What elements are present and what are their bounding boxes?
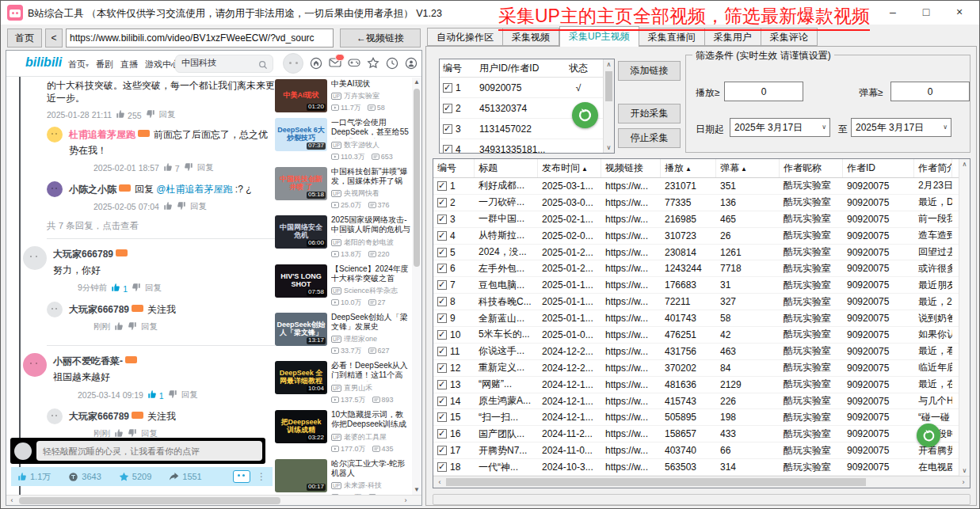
search-input[interactable] [181,58,254,67]
search-box[interactable] [175,55,273,73]
reply-button[interactable]: 回复 [190,201,207,212]
commenter-name[interactable]: 杜甫追着茅屋跑 [69,129,135,140]
column-header-播放[interactable]: 播放▲ [661,159,716,177]
video-author[interactable]: UPScience科学杂志 [331,286,410,296]
column-header-标题[interactable]: 标题 [475,159,538,177]
scroll-right-icon[interactable]: › [400,496,411,505]
video-card[interactable]: DeepSeek创始人「梁文锋」13:17DeepSeek创始人「梁文锋」发展史… [275,313,413,356]
search-icon[interactable] [258,59,268,73]
video-author[interactable]: UP直男山禾 [331,383,410,393]
row-checkbox[interactable] [437,215,447,224]
danmu-filter-input[interactable] [890,82,970,101]
video-link-button[interactable]: ←视频链接 [340,28,421,47]
video-card[interactable]: 中国科技创新 井喷 了05:18中国科技创新"井喷"爆发，国媒体炸开了锅UP央视… [275,167,413,211]
scroll-up-icon[interactable]: ▲ [412,78,421,87]
row-checkbox[interactable] [437,347,447,356]
dislike-button[interactable] [168,389,177,401]
mail-icon[interactable] [329,57,341,70]
video-card[interactable]: 中国网络安全危机06:002025国家级网络攻击-中国骇人听闻的危机与转机UP老… [275,215,413,260]
browser-vertical-scrollbar[interactable]: ▲ ▼ [412,78,421,495]
row-checkbox[interactable] [443,124,452,134]
column-header-发布时间[interactable]: 发布时间▲ [538,159,601,177]
favorite-button[interactable]: 5209 [119,472,151,482]
comment-input[interactable] [36,441,262,461]
row-checkbox[interactable] [437,446,447,455]
row-checkbox[interactable] [437,380,447,389]
video-title[interactable]: 一口气学会使用DeepSeek，甚至给55岁的我妈用上了！ [331,118,410,139]
reply-button[interactable]: 回复 [181,389,198,401]
scroll-down-icon[interactable]: ▼ [412,485,421,495]
like-button[interactable]: 255 [116,109,141,120]
like-button[interactable]: 1.1万 [17,471,51,483]
video-author[interactable]: UP央视网快看 [331,188,410,199]
scroll-up-icon[interactable]: ∧ [604,59,614,70]
like-button[interactable] [114,428,124,438]
commenter-name[interactable]: 大玩家666789 [53,249,113,260]
more-options-icon[interactable]: ⋮ [257,471,266,482]
coin-button[interactable]: 3643 [68,472,101,482]
dislike-button[interactable] [184,162,193,173]
date-from-select[interactable]: 2025年 3月17日∨ [730,118,830,137]
play-filter-input[interactable] [724,82,803,101]
video-title[interactable]: 哈尔滨工业大学-蛇形机器人 [331,459,410,479]
row-checkbox[interactable] [437,297,447,306]
video-author[interactable]: UP老阳的奇妙电波 [331,237,410,248]
history-icon[interactable] [386,57,398,70]
row-checkbox[interactable] [437,330,447,340]
user-avatar[interactable] [283,53,303,74]
avatar[interactable] [47,302,63,317]
results-horizontal-scrollbar[interactable]: ‹ › [433,476,970,488]
maximize-icon[interactable]: □ [909,1,943,23]
comment-input-box[interactable] [10,438,265,464]
like-button[interactable]: 1 [147,389,164,401]
video-card[interactable]: DeepSeek 全网最详细教程10:04必看！DeepSeek从入门到精通！这… [275,361,413,405]
row-checkbox[interactable] [443,104,452,113]
video-author[interactable]: UP数字游牧人 [331,140,410,150]
reply-button[interactable]: 回复 [141,321,158,332]
video-card[interactable]: HIV'S LONG SHOT07:58【Science】2024年度十大科学突… [275,264,413,308]
home-button[interactable]: 首页 [7,28,42,47]
nav-item-番剧[interactable]: 番剧 [96,59,113,70]
video-author[interactable]: UP未来源-科技 [331,481,410,491]
reply-button[interactable]: 回复 [197,162,214,173]
video-card[interactable]: 中美AI现状01:20中美AI现状UP万卉实验室11.7万58 [275,79,413,113]
column-header-作者简介[interactable]: 作者简介 [914,159,952,177]
column-header-作者ID[interactable]: 作者ID [843,159,914,177]
nav-item-首页[interactable]: 首页▾ [68,59,89,70]
row-checkbox[interactable] [437,462,447,472]
bilibili-logo[interactable]: bilibili [25,55,62,70]
nav-item-直播[interactable]: 直播 [120,59,138,70]
tv-icon[interactable] [233,470,250,483]
commenter-name[interactable]: 大玩家666789 [69,411,129,422]
person-icon[interactable] [405,57,418,70]
row-checkbox[interactable] [437,397,447,406]
scroll-right-icon[interactable]: › [958,477,969,488]
video-author[interactable]: UP万卉实验室 [331,91,410,101]
row-checkbox[interactable] [437,198,447,207]
like-button[interactable]: 1 [111,283,128,294]
video-title[interactable]: 中国科技创新"井喷"爆发，国媒体炸开了锅 [331,167,410,187]
dislike-button[interactable] [128,428,137,438]
row-checkbox[interactable] [437,280,447,290]
tab-自动化操作区[interactable]: 自动化操作区 [427,28,503,46]
commenter-name[interactable]: 小陈之小陈 [69,184,116,195]
dislike-button[interactable] [177,201,186,212]
scroll-down-icon[interactable]: ∨ [959,465,970,477]
video-title[interactable]: 2025国家级网络攻击-中国骇人听闻的危机与转机 [331,215,410,236]
uid-table-scrollbar[interactable]: ∧ ∨ [603,59,614,153]
column-header-弹幕[interactable]: 弹幕▲ [716,159,780,177]
video-card[interactable]: DeepSeek 6大炒裂技巧07:37一口气学会使用DeepSeek，甚至给5… [275,118,413,162]
reply-button[interactable]: 回复 [141,428,158,438]
reply-button[interactable]: 回复 [159,109,176,120]
share-button[interactable]: 1551 [169,472,201,482]
video-title[interactable]: 中美AI现状 [331,79,410,89]
stop-collect-button[interactable]: 停止采集 [618,128,681,148]
commenter-name[interactable]: 小丽不爱吃香菜- [53,355,123,367]
avatar[interactable] [23,246,47,270]
back-button[interactable]: < [45,28,63,47]
avatar[interactable] [23,353,47,377]
row-checkbox[interactable] [437,181,447,191]
minimize-icon[interactable]: – [876,1,909,23]
row-checkbox[interactable] [437,412,447,422]
video-title[interactable]: DeepSeek创始人「梁文锋」发展史 [331,313,410,332]
